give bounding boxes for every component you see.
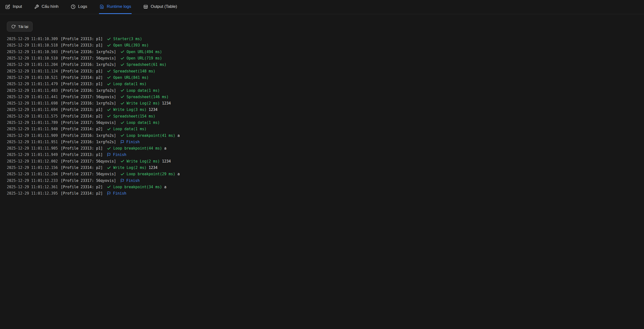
log-profile: [Profile 23316: 1xrgfo2s] [61, 50, 116, 54]
check-icon [120, 172, 124, 176]
tab-output-table[interactable]: Output (Table) [143, 0, 178, 14]
log-profile: [Profile 23313: p1] [61, 107, 103, 112]
wrench-icon [34, 4, 39, 9]
log-message: Write Log(2 ms) [127, 101, 160, 105]
log-suffix: 1234 [162, 159, 171, 164]
log-message: Open URL(494 ms) [127, 50, 162, 54]
log-timestamp: 2025-12-29 11:01:11.905 [7, 146, 58, 151]
log-message: Loop data(1 ms) [113, 82, 146, 86]
status-icon [107, 153, 111, 157]
log-message: Starter(3 ms) [113, 37, 142, 41]
check-icon [120, 50, 124, 54]
status-icon [107, 166, 111, 170]
log-profile: [Profile 23317: 56qyovis] [61, 159, 116, 164]
status-icon [120, 101, 124, 105]
status-icon [107, 108, 111, 112]
clock-icon [71, 4, 76, 9]
tab-input[interactable]: Input [5, 0, 22, 14]
log-row: 2025-12-29 11:01:12.156 [Profile 23314: … [7, 164, 644, 171]
log-profile: [Profile 23317: 56qyovis] [61, 172, 116, 176]
status-icon [120, 179, 124, 183]
check-icon [120, 63, 124, 67]
status-icon [120, 121, 124, 125]
log-timestamp: 2025-12-29 11:01:12.156 [7, 165, 58, 170]
log-row: 2025-12-29 11:01:11.789 [Profile 23317: … [7, 119, 644, 126]
log-timestamp: 2025-12-29 11:01:11.575 [7, 114, 58, 118]
log-row: 2025-12-29 11:01:11.483 [Profile 23316: … [7, 87, 644, 93]
check-icon [107, 185, 111, 189]
log-message: Loop data(1 ms) [127, 120, 160, 125]
log-timestamp: 2025-12-29 11:01:11.124 [7, 69, 58, 73]
refresh-icon [11, 24, 16, 29]
flag-icon [120, 140, 124, 144]
log-profile: [Profile 23313: p1] [61, 82, 103, 86]
status-icon [107, 127, 111, 131]
log-message: Finish [113, 152, 126, 157]
log-row: 2025-12-29 11:01:12.233 [Profile 23317: … [7, 177, 644, 184]
reload-button-label: Tải lại [18, 24, 28, 29]
status-icon [107, 82, 111, 86]
tab-runtime-logs[interactable]: Runtime logs [99, 0, 132, 14]
check-icon [120, 159, 124, 163]
check-icon [120, 88, 124, 92]
log-row: 2025-12-29 11:01:12.002 [Profile 23317: … [7, 158, 644, 164]
log-timestamp: 2025-12-29 11:01:11.479 [7, 82, 58, 86]
log-timestamp: 2025-12-29 11:01:12.002 [7, 159, 58, 164]
status-icon [107, 191, 111, 195]
log-message: Write Log(3 ms) [113, 107, 146, 112]
log-list: 2025-12-29 11:01:10.309 [Profile 23313: … [7, 36, 644, 197]
log-message: Open URL(719 ms) [127, 56, 162, 60]
log-timestamp: 2025-12-29 11:01:12.395 [7, 191, 58, 196]
status-icon [107, 43, 111, 47]
log-suffix: a [164, 146, 166, 151]
log-message: Spreadsheet(146 ms) [127, 95, 169, 99]
log-message: Loop breakpoint(34 ms) [113, 185, 162, 189]
runtime-logs-panel: Tải lại 2025-12-29 11:01:10.309 [Profile… [0, 14, 644, 197]
status-icon [120, 95, 124, 99]
check-icon [107, 166, 111, 170]
check-icon [120, 56, 124, 60]
check-icon [120, 95, 124, 99]
log-row: 2025-12-29 11:01:11.575 [Profile 23314: … [7, 113, 644, 119]
tab-logs[interactable]: Logs [70, 0, 88, 14]
tab-label: Cấu hình [42, 4, 58, 9]
log-profile: [Profile 23314: p2] [61, 127, 103, 131]
log-timestamp: 2025-12-29 11:01:11.441 [7, 95, 58, 99]
log-row: 2025-12-29 11:01:12.361 [Profile 23314: … [7, 184, 644, 190]
log-profile: [Profile 23313: p1] [61, 146, 103, 151]
log-profile: [Profile 23313: p1] [61, 69, 103, 73]
log-timestamp: 2025-12-29 11:01:11.909 [7, 133, 58, 138]
status-icon [120, 88, 124, 92]
runtime-logs-icon [100, 4, 104, 9]
log-timestamp: 2025-12-29 11:01:10.309 [7, 37, 58, 41]
log-timestamp: 2025-12-29 11:01:12.204 [7, 172, 58, 176]
status-icon [120, 56, 124, 60]
log-profile: [Profile 23316: 1xrgfo2s] [61, 133, 116, 138]
log-row: 2025-12-29 11:01:11.905 [Profile 23313: … [7, 145, 644, 152]
log-timestamp: 2025-12-29 11:01:10.510 [7, 56, 58, 60]
log-row: 2025-12-29 11:01:11.951 [Profile 23316: … [7, 139, 644, 145]
log-profile: [Profile 23314: p2] [61, 185, 103, 189]
log-timestamp: 2025-12-29 11:01:11.698 [7, 101, 58, 105]
log-suffix: 1234 [162, 101, 171, 105]
log-timestamp: 2025-12-29 11:01:11.940 [7, 127, 58, 131]
check-icon [107, 82, 111, 86]
log-timestamp: 2025-12-29 11:01:10.521 [7, 75, 58, 80]
tab-cau-hinh[interactable]: Cấu hình [34, 0, 59, 14]
check-icon [107, 146, 111, 151]
tab-label: Runtime logs [107, 4, 131, 9]
log-profile: [Profile 23314: p2] [61, 191, 103, 196]
log-timestamp: 2025-12-29 11:01:11.204 [7, 62, 58, 67]
log-row: 2025-12-29 11:01:11.441 [Profile 23317: … [7, 94, 644, 100]
log-profile: [Profile 23317: 56qyovis] [61, 56, 116, 60]
log-row: 2025-12-29 11:01:10.518 [Profile 23313: … [7, 42, 644, 48]
reload-button[interactable]: Tải lại [7, 21, 32, 31]
status-icon [107, 114, 111, 118]
flag-icon [107, 153, 111, 157]
log-message: Finish [126, 140, 140, 144]
log-suffix: a [178, 172, 180, 176]
log-row: 2025-12-29 11:01:11.909 [Profile 23316: … [7, 132, 644, 139]
log-row: 2025-12-29 11:01:10.309 [Profile 23313: … [7, 36, 644, 42]
log-row: 2025-12-29 11:01:11.949 [Profile 23313: … [7, 152, 644, 158]
log-row: 2025-12-29 11:01:10.510 [Profile 23317: … [7, 55, 644, 61]
